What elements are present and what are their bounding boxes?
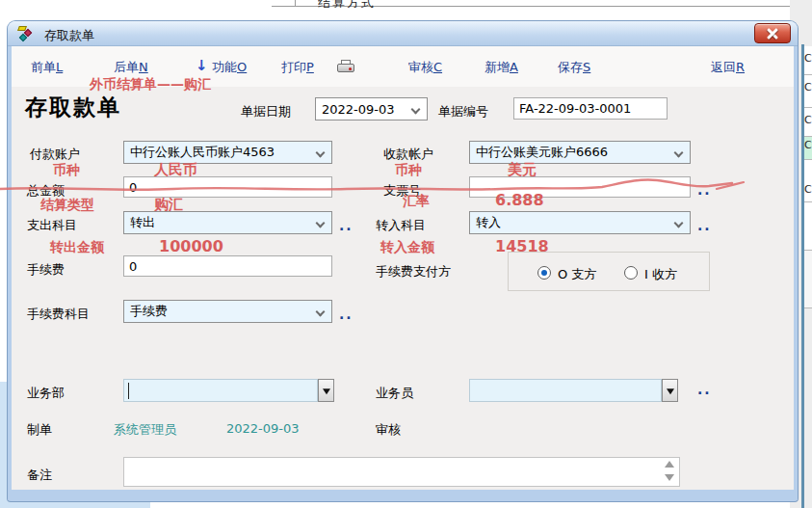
remark-textarea[interactable]	[123, 457, 680, 487]
recv-account-label: 收款帐户	[383, 146, 433, 163]
doc-date-label: 单据日期	[241, 103, 291, 120]
chevron-down-icon	[674, 219, 684, 228]
fee-subject-label: 手续费科目	[27, 306, 90, 323]
clerk-more-button[interactable]: ..	[697, 382, 712, 397]
background-column-header: 结算方式	[318, 0, 433, 8]
dept-input[interactable]	[123, 379, 318, 402]
annotation-settle-type-label: 结算类型	[40, 197, 94, 214]
annotation-rate-value: 6.888	[495, 191, 544, 209]
doc-date-select[interactable]: 2022-09-03	[315, 97, 428, 120]
clerk-input[interactable]	[469, 379, 662, 402]
chevron-down-icon	[674, 148, 684, 158]
chevron-down-icon	[316, 307, 326, 317]
window-title: 存取款单	[44, 27, 94, 44]
fee-payer-radio-payer-label[interactable]: O 支方	[558, 266, 596, 283]
title-bar	[8, 21, 798, 46]
annotation-currency-label-right: 币种	[395, 162, 422, 179]
clerk-dropdown-button[interactable]	[662, 379, 678, 402]
toolbar-function-button[interactable]: 功能O	[212, 59, 247, 76]
chevron-down-icon	[316, 219, 326, 228]
dept-dropdown-button[interactable]	[318, 379, 334, 402]
toolbar-next-button[interactable]: 后单N	[114, 59, 148, 76]
fee-payer-radio-receiver[interactable]	[624, 266, 638, 280]
dropdown-arrow-icon	[667, 388, 674, 394]
toolbar-save-button[interactable]: 保存S	[558, 59, 590, 76]
window-icon	[17, 25, 37, 42]
annotation-rate-label: 汇率	[403, 193, 430, 210]
close-button[interactable]	[754, 23, 791, 43]
fee-payer-radio-receiver-label[interactable]: I 收方	[644, 266, 677, 283]
creator-label: 制单	[27, 421, 52, 439]
background-panel	[0, 382, 8, 508]
annotation-out-amount-label: 转出金额	[50, 239, 104, 256]
background-grid-row: C	[804, 108, 812, 137]
recv-account-select[interactable]: 中行公账美元账户6666	[469, 141, 691, 164]
dropdown-arrow-icon	[323, 388, 330, 394]
annotation-in-amount-label: 转入金额	[380, 239, 434, 256]
scroll-down-icon[interactable]	[665, 474, 674, 481]
annotation-top-note: 外币结算单——购汇	[90, 76, 211, 94]
fee-input[interactable]	[123, 255, 332, 277]
printer-icon[interactable]	[337, 60, 354, 73]
clerk-label: 业务员	[376, 385, 413, 402]
scroll-up-icon[interactable]	[665, 461, 674, 468]
toolbar-return-button[interactable]: 返回R	[711, 59, 745, 76]
annotation-out-amount: 100000	[159, 237, 223, 255]
toolbar-print-button[interactable]: 打印P	[281, 59, 314, 76]
create-date-value: 2022-09-03	[226, 421, 300, 436]
doc-no-label: 单据编号	[438, 103, 488, 120]
toolbar-audit-button[interactable]: 审核C	[408, 59, 442, 76]
background-grid-row: C	[804, 75, 812, 108]
background-grid-row: C	[804, 137, 812, 160]
creator-value: 系统管理员	[114, 421, 176, 439]
form-title: 存取款单	[25, 93, 121, 122]
total-amount-input[interactable]	[123, 176, 332, 198]
toolbar-new-button[interactable]: 新增A	[485, 59, 518, 76]
chevron-down-icon	[411, 105, 421, 115]
remark-label: 备注	[27, 467, 52, 484]
fee-subject-more-button[interactable]: ..	[339, 307, 354, 322]
chevron-down-icon	[316, 148, 326, 158]
background-column-line	[295, 0, 296, 6]
pay-account-label: 付款账户	[30, 146, 80, 163]
background-grid-row	[804, 202, 812, 251]
background-grid-row	[804, 251, 812, 308]
toolbar-prev-button[interactable]: 前单L	[31, 59, 63, 76]
annotation-currency-label-left: 币种	[53, 162, 80, 179]
doc-no-input[interactable]	[513, 97, 668, 120]
fee-subject-select[interactable]: 手续费	[123, 300, 332, 323]
fee-payer-radio-payer[interactable]	[537, 266, 551, 280]
background-grid-row: C	[804, 46, 812, 75]
out-subject-label: 支出科目	[27, 217, 77, 234]
fee-label: 手续费	[27, 261, 65, 279]
in-subject-label: 转入科目	[376, 217, 426, 234]
out-subject-select[interactable]: 转出	[123, 211, 332, 234]
audit-label: 审核	[376, 421, 401, 439]
in-subject-select[interactable]: 转入	[469, 211, 691, 234]
out-subject-more-button[interactable]: ..	[339, 218, 354, 233]
text-cursor	[128, 383, 129, 399]
dept-label: 业务部	[27, 385, 65, 402]
fee-payer-label: 手续费支付方	[376, 263, 451, 281]
background-grid-row: C	[804, 160, 812, 202]
cheque-more-button[interactable]: ..	[697, 182, 712, 198]
screen: 结算方式 C C C C C 存取款单 前单L 后单N ↓ 功能O 打印P 审核…	[0, 0, 812, 508]
down-arrow-icon: ↓	[196, 57, 208, 74]
in-subject-more-button[interactable]: ..	[697, 218, 712, 233]
